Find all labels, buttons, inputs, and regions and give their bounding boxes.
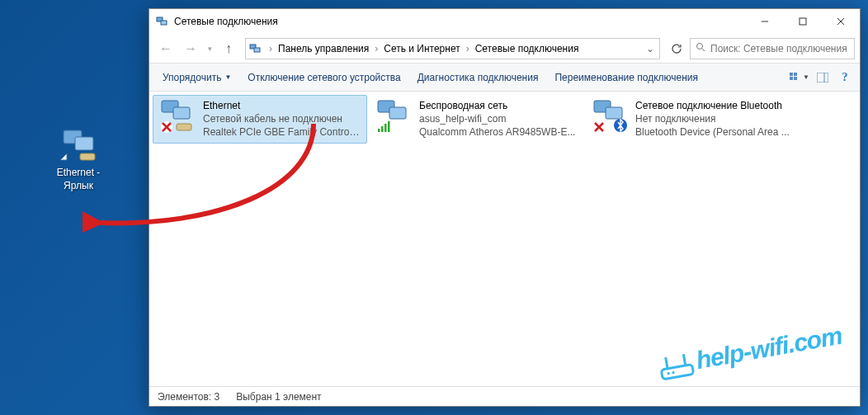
bluetooth-adapter-icon (591, 99, 630, 134)
svg-rect-15 (790, 77, 793, 80)
search-placeholder: Поиск: Сетевые подключения (710, 43, 847, 54)
svg-rect-20 (173, 107, 190, 119)
svg-rect-14 (794, 73, 797, 76)
selection-count: Выбран 1 элемент (236, 391, 321, 403)
network-adapter-icon (59, 124, 98, 163)
connection-device: Realtek PCIe GBE Family Controller (203, 125, 361, 139)
svg-rect-1 (75, 137, 93, 150)
help-button[interactable]: ? (835, 68, 855, 87)
search-box[interactable]: Поиск: Сетевые подключения (690, 38, 855, 59)
item-count: Элементов: 3 (158, 391, 219, 403)
breadcrumb-network-internet[interactable]: Сеть и Интернет (381, 41, 462, 56)
svg-line-38 (684, 354, 686, 365)
svg-rect-32 (606, 107, 622, 119)
back-button[interactable]: ← (154, 37, 177, 60)
recent-locations-dropdown[interactable]: ▾ (204, 37, 215, 60)
navigation-bar: ← → ▾ ↑ › Панель управления › Сеть и Инт… (149, 34, 860, 64)
svg-line-37 (666, 357, 668, 369)
wireless-adapter-icon (375, 99, 414, 134)
status-bar: Элементов: 3 Выбран 1 элемент (149, 386, 860, 406)
chevron-right-icon: › (373, 43, 380, 54)
svg-rect-30 (388, 121, 390, 132)
connection-name: Сетевое подключение Bluetooth (635, 99, 790, 112)
desktop-shortcut-label: Ethernet - Ярлык (41, 167, 116, 192)
command-bar: Упорядочить▼ Отключение сетевого устройс… (149, 64, 860, 92)
connection-item-bluetooth[interactable]: Сетевое подключение Bluetooth Нет подклю… (585, 95, 800, 144)
connection-status: Сетевой кабель не подключен (203, 112, 361, 125)
chevron-right-icon: › (465, 43, 471, 54)
diagnose-command[interactable]: Диагностика подключения (409, 68, 547, 87)
refresh-button[interactable] (665, 38, 688, 59)
disable-device-command[interactable]: Отключение сетевого устройства (239, 68, 408, 87)
svg-rect-13 (790, 73, 793, 76)
connection-device: Qualcomm Atheros AR9485WB-E... (419, 125, 575, 139)
breadcrumb-network-connections[interactable]: Сетевые подключения (473, 41, 582, 56)
connection-status: asus_help-wifi_com (419, 112, 575, 125)
connection-status: Нет подключения (635, 112, 790, 125)
rename-command[interactable]: Переименование подключения (546, 68, 706, 87)
connection-item-wireless[interactable]: Беспроводная сеть asus_help-wifi_com Qua… (369, 95, 583, 144)
titlebar[interactable]: Сетевые подключения (149, 9, 860, 34)
up-button[interactable]: ↑ (217, 37, 240, 60)
preview-pane-button[interactable] (812, 68, 833, 87)
svg-rect-16 (794, 77, 797, 80)
svg-rect-2 (80, 153, 95, 160)
svg-rect-27 (378, 129, 380, 132)
close-button[interactable] (822, 9, 860, 34)
connection-name: Беспроводная сеть (419, 99, 575, 112)
svg-rect-6 (800, 18, 806, 25)
connection-name: Ethernet (203, 99, 361, 112)
search-icon (696, 42, 705, 54)
svg-point-40 (668, 372, 671, 375)
breadcrumb-control-panel[interactable]: Панель управления (276, 41, 371, 56)
address-bar[interactable]: › Панель управления › Сеть и Интернет › … (245, 38, 660, 59)
address-history-dropdown[interactable]: ⌄ (643, 43, 658, 54)
network-connections-icon (249, 42, 262, 55)
connection-device: Bluetooth Device (Personal Area ... (635, 125, 790, 139)
forward-button[interactable]: → (179, 37, 202, 60)
svg-rect-26 (389, 107, 406, 119)
maximize-button[interactable] (784, 9, 822, 34)
chevron-right-icon: › (267, 43, 274, 54)
window-title: Сетевые подключения (174, 16, 746, 27)
ethernet-adapter-icon (158, 99, 198, 134)
svg-line-12 (702, 49, 705, 51)
minimize-button[interactable] (746, 9, 784, 34)
window-icon (156, 15, 169, 28)
svg-point-41 (672, 371, 675, 375)
connection-item-ethernet[interactable]: Ethernet Сетевой кабель не подключен Rea… (153, 95, 367, 144)
view-options-button[interactable]: ▼ (789, 68, 810, 87)
svg-rect-10 (254, 48, 260, 52)
svg-rect-28 (381, 126, 384, 132)
svg-rect-29 (384, 124, 387, 132)
organize-menu[interactable]: Упорядочить▼ (154, 68, 239, 87)
svg-rect-4 (161, 21, 167, 25)
desktop-shortcut-ethernet[interactable]: Ethernet - Ярлык (41, 124, 116, 192)
svg-rect-17 (817, 73, 828, 83)
svg-point-11 (697, 44, 703, 50)
svg-rect-21 (177, 124, 191, 130)
